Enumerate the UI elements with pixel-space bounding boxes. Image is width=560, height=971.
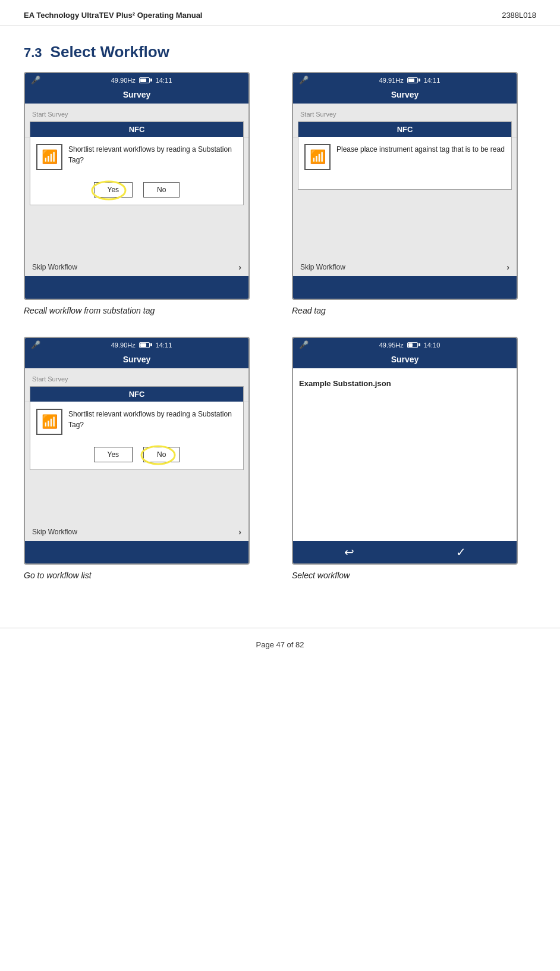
skip-label-2: Skip Workflow [300,263,345,271]
header-docnum: 2388L018 [502,11,536,20]
device-read: 🎤 49.91Hz 14:11 Survey Start Survey Se..… [292,72,518,300]
section-heading: 7.3 Select Workflow [0,26,560,72]
start-survey-2: Start Survey [293,108,517,119]
nfc-body-1: 📶 Shortlist relevant workflows by readin… [30,137,243,177]
yes-button-1[interactable]: Yes [94,182,133,198]
freq-2: 49.91Hz [379,77,404,84]
back-button-4[interactable]: ↩ [344,545,354,559]
start-survey-3: Start Survey [25,373,248,384]
status-center-3: 49.90Hz 14:11 [111,342,172,349]
status-center-4: 49.95Hz 14:10 [379,342,441,349]
freq-3: 49.90Hz [111,342,136,349]
workflow-list: Example Substation.json [293,368,517,541]
mic-icon-1: 🎤 [31,76,40,84]
check-button-4[interactable]: ✓ [456,545,466,559]
caption-1: Recall workflow from substation tag [24,306,155,315]
status-bar-4: 🎤 49.95Hz 14:10 [293,338,517,352]
skip-label-1: Skip Workflow [32,263,77,271]
page-header: EA Technology UltraTEV Plus² Operating M… [0,0,560,26]
status-bar-1: 🎤 49.90Hz 14:11 [25,73,248,87]
screenshot-goto: 🎤 49.90Hz 14:11 Survey Start Survey Se..… [24,337,268,580]
no-button-3[interactable]: No [143,447,180,462]
nfc-modal-3: NFC 📶 Shortlist relevant workflows by re… [30,386,244,470]
mic-area-4: 🎤 [299,340,309,349]
screenshot-recall: 🎤 49.90Hz 14:11 Survey Start Survey Se [24,72,268,315]
device-body-4: Example Substation.json [293,368,517,541]
status-center-2: 49.91Hz 14:11 [379,77,441,84]
section-title: Select Workflow [51,43,169,61]
mic-area-2: 🎤 [299,76,309,84]
skip-row-3[interactable]: Skip Workflow › [25,523,248,541]
survey-bar-3: Survey [25,352,248,368]
nfc-text-1: Shortlist relevant workflows by reading … [68,144,237,165]
nfc-body-2: 📶 Please place instrument against tag th… [298,137,511,177]
nfc-text-3: Shortlist relevant workflows by reading … [68,409,237,430]
battery-icon-2 [407,77,420,83]
nfc-buttons-1: Yes No [30,177,243,205]
device-body-3: Start Survey Se... › NFC 📶 Shortlist rel… [25,368,248,541]
skip-label-3: Skip Workflow [32,528,77,536]
footer-text: Page 47 of 82 [256,640,304,649]
nfc-symbol-3: 📶 [42,414,58,430]
battery-icon-1 [139,77,152,83]
status-bar-3: 🎤 49.90Hz 14:11 [25,338,248,352]
device-goto: 🎤 49.90Hz 14:11 Survey Start Survey Se..… [24,337,250,565]
bottom-bar-4: ↩ ✓ [293,541,517,563]
nfc-modal-1: NFC 📶 Shortlist relevant workflows by re… [30,121,244,205]
section-number: 7.3 [24,45,42,61]
status-center-1: 49.90Hz 14:11 [111,77,172,84]
workflow-item-1[interactable]: Example Substation.json [299,375,511,391]
freq-1: 49.90Hz [111,77,136,84]
nfc-symbol-1: 📶 [42,149,58,165]
survey-bar-2: Survey [293,87,517,104]
nfc-body-3: 📶 Shortlist relevant workflows by readin… [30,402,243,442]
survey-bar-1: Survey [25,87,248,104]
bottom-bar-2 [293,276,517,299]
nfc-symbol-2: 📶 [310,149,326,165]
time-2: 14:11 [424,77,441,84]
skip-row-2[interactable]: Skip Workflow › [293,258,517,276]
caption-3: Go to workflow list [24,571,92,580]
header-title: EA Technology UltraTEV Plus² Operating M… [24,11,202,20]
skip-row-1[interactable]: Skip Workflow › [25,258,248,276]
nfc-modal-2: NFC 📶 Please place instrument against ta… [298,121,512,190]
screenshot-read: 🎤 49.91Hz 14:11 Survey Start Survey Se..… [292,72,536,315]
page-footer: Page 47 of 82 [0,628,560,661]
screenshot-select: 🎤 49.95Hz 14:10 Survey Example Substatio… [292,337,536,580]
screenshots-grid: 🎤 49.90Hz 14:11 Survey Start Survey Se [0,72,560,604]
start-survey-1: Start Survey [25,108,248,119]
mic-icon-3: 🎤 [31,340,40,349]
time-1: 14:11 [156,77,172,84]
nfc-title-1: NFC [30,122,243,137]
nfc-icon-2: 📶 [304,144,331,170]
caption-4: Select workflow [292,571,350,580]
time-3: 14:11 [156,342,172,349]
freq-4: 49.95Hz [379,342,404,349]
mic-icon-4: 🎤 [299,340,309,349]
device-recall: 🎤 49.90Hz 14:11 Survey Start Survey Se [24,72,250,300]
yes-button-3[interactable]: Yes [94,447,133,462]
nfc-title-3: NFC [30,387,243,402]
nfc-buttons-3: Yes No [30,442,243,469]
status-bar-2: 🎤 49.91Hz 14:11 [293,73,517,87]
mic-area-3: 🎤 [31,340,40,349]
no-button-1[interactable]: No [143,182,180,198]
skip-chevron-3: › [238,527,241,537]
device-body-2: Start Survey Se... › NFC 📶 Please place … [293,104,517,276]
time-4: 14:10 [424,342,441,349]
skip-chevron-2: › [506,262,509,272]
nfc-icon-1: 📶 [36,144,62,170]
bottom-bar-3 [25,541,248,563]
nfc-text-2: Please place instrument against tag that… [336,144,505,155]
battery-icon-3 [139,342,152,348]
bottom-bar-1 [25,276,248,299]
mic-icon-2: 🎤 [299,76,309,84]
device-select: 🎤 49.95Hz 14:10 Survey Example Substatio… [292,337,518,565]
device-body-1: Start Survey Se... › NFC 📶 Shortlist rel… [25,104,248,276]
nfc-icon-3: 📶 [36,409,62,435]
mic-area-1: 🎤 [31,76,40,84]
skip-chevron-1: › [238,262,241,272]
nfc-title-2: NFC [298,122,511,137]
battery-icon-4 [407,342,420,348]
survey-bar-4: Survey [293,352,517,368]
